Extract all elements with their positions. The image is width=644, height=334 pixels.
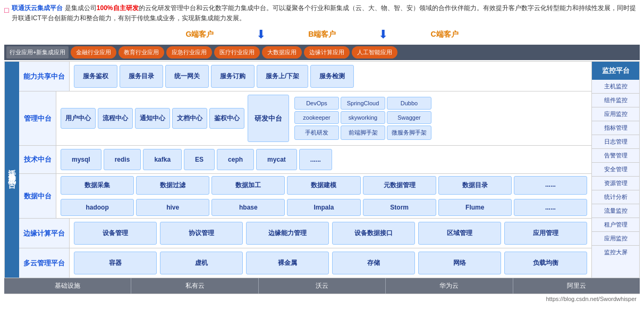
edge-body: 设备管理 协议管理 边缘能力管理 设备数据接口 区域管理 应用管理 (70, 219, 591, 248)
tech-mysql[interactable]: mysql (61, 149, 101, 170)
right-panel-header: 监控平台 (592, 62, 639, 80)
top-description: □ 联通沃云集成平台 是集成公司100%自主研发的云化研发管理中台和云化数字能力… (4, 3, 640, 23)
mgmt-swagger[interactable]: Swagger (387, 111, 431, 124)
right-traffic-monitor[interactable]: 流量监控 (592, 204, 639, 218)
right-host-monitor[interactable]: 主机监控 (592, 80, 639, 94)
main-area: 沃云集成平台 能力共享中台 服务鉴权 服务目录 统一网关 服务订购 服务上/下架… (4, 61, 640, 278)
tech-label: 技术中台 (19, 146, 56, 173)
mgmt-springcloud[interactable]: SpringCloud (341, 97, 385, 110)
multicloud-row: 多云管理平台 容器 虚机 裸金属 存储 网络 负载均衡 (19, 248, 591, 278)
data-label: 数据中台 (19, 174, 56, 218)
data-catalog[interactable]: 数据目录 (438, 176, 512, 195)
tech-row: 技术中台 mysql redis kafka ES ceph mycat ...… (19, 146, 591, 174)
center-content: 能力共享中台 服务鉴权 服务目录 统一网关 服务订购 服务上/下架 服务检测 管… (19, 62, 591, 278)
management-body: 用户中心 流程中心 通知中心 文档中心 鉴权中心 研发中台 DevOps Spr… (56, 91, 591, 145)
tech-kafka[interactable]: kafka (143, 149, 182, 170)
data-hive[interactable]: hive (136, 199, 209, 216)
arrow-down-2: ⬇ (378, 28, 388, 41)
mgmt-left-items: 用户中心 流程中心 通知中心 文档中心 鉴权中心 (61, 95, 244, 142)
mgmt-notify[interactable]: 通知中心 (135, 108, 170, 129)
management-row: 管理中台 用户中心 流程中心 通知中心 文档中心 鉴权中心 研发中台 DevOp… (19, 91, 591, 146)
tech-more: ...... (299, 149, 332, 170)
mgmt-zookeeper[interactable]: zookeeper (294, 111, 339, 124)
edge-device-mgmt[interactable]: 设备管理 (74, 222, 157, 245)
mgmt-skyworking[interactable]: skyworking (341, 111, 385, 124)
tech-ceph[interactable]: ceph (217, 149, 254, 170)
right-app-monitor[interactable]: 应用监控 (592, 107, 639, 121)
mgmt-user[interactable]: 用户中心 (61, 108, 96, 129)
desc-highlight: 100%自主研发 (97, 4, 139, 12)
customer-g: G端客户 (185, 30, 214, 39)
cloud-lb[interactable]: 负载均衡 (504, 252, 587, 274)
edge-capability[interactable]: 边缘能力管理 (246, 222, 329, 245)
cloud-network[interactable]: 网络 (418, 252, 501, 274)
multicloud-label: 多云管理平台 (19, 248, 70, 278)
cloud-container[interactable]: 容器 (74, 252, 157, 274)
data-hadoop[interactable]: hadoop (61, 199, 134, 216)
edge-data-interface[interactable]: 设备数据接口 (332, 222, 415, 245)
right-component-monitor[interactable]: 组件监控 (592, 94, 639, 107)
right-security-mgmt[interactable]: 安全管理 (592, 163, 639, 177)
tech-es[interactable]: ES (184, 149, 215, 170)
right-monitor-screen[interactable]: 监控大屏 (592, 246, 639, 259)
customer-b: B端客户 (308, 30, 336, 39)
right-tenant-mgmt[interactable]: 租户管理 (592, 218, 639, 232)
data-meta[interactable]: 元数据管理 (363, 176, 436, 195)
data-filter[interactable]: 数据过滤 (136, 176, 209, 195)
edge-row: 边缘计算平台 设备管理 协议管理 边缘能力管理 设备数据接口 区域管理 应用管理 (19, 219, 591, 248)
industry-bigdata: 大数据应用 (262, 46, 302, 59)
data-process[interactable]: 数据加工 (211, 176, 285, 195)
right-log-mgmt[interactable]: 日志管理 (592, 135, 639, 149)
tech-body: mysql redis kafka ES ceph mycat ...... (56, 146, 591, 173)
mgmt-doc[interactable]: 文档中心 (172, 108, 207, 129)
customer-c: C端客户 (430, 30, 458, 39)
edge-zone[interactable]: 区域管理 (418, 222, 501, 245)
mgmt-dubbo[interactable]: Dubbo (387, 97, 431, 110)
data-impala[interactable]: Impala (287, 199, 360, 216)
data-model[interactable]: 数据建模 (287, 176, 360, 195)
mgmt-mobile[interactable]: 手机研发 (294, 126, 339, 140)
data-collect[interactable]: 数据采集 (61, 176, 134, 195)
left-vertical-label: 沃云集成平台 (5, 62, 19, 278)
data-hbase[interactable]: hbase (211, 199, 285, 216)
footer-right[interactable]: https://blog.csdn.net/Swordwhisper (546, 296, 637, 302)
mgmt-devops[interactable]: DevOps (294, 97, 339, 110)
infrastructure-row: 基础设施 私有云 沃云 华为云 阿里云 (4, 278, 640, 294)
research-center[interactable]: 研发中台 (248, 95, 289, 142)
industry-finance: 金融行业应用 (71, 46, 116, 59)
industry-row: 行业应用+新集成应用 金融行业应用 教育行业应用 应急行业应用 医疗行业应用 大… (4, 45, 640, 60)
industry-education: 教育行业应用 (118, 46, 164, 59)
cap-gateway[interactable]: 统一网关 (165, 65, 209, 88)
mgmt-perm[interactable]: 鉴权中心 (209, 108, 244, 129)
right-resource-mgmt[interactable]: 资源管理 (592, 177, 639, 190)
cap-catalog[interactable]: 服务目录 (120, 65, 163, 88)
mgmt-frontend[interactable]: 前端脚手架 (341, 126, 385, 140)
right-panel: 监控平台 主机监控 组件监控 应用监控 指标管理 日志管理 告警管理 安全管理 … (591, 62, 639, 278)
mgmt-microservice[interactable]: 微服务脚手架 (387, 126, 431, 140)
capability-body: 服务鉴权 服务目录 统一网关 服务订购 服务上/下架 服务检测 (70, 62, 591, 91)
industry-edge: 边缘计算应用 (304, 46, 350, 59)
cloud-storage[interactable]: 存储 (332, 252, 415, 274)
arrow-down-1: ⬇ (256, 28, 266, 41)
cap-auth[interactable]: 服务鉴权 (74, 65, 117, 88)
multicloud-body: 容器 虚机 裸金属 存储 网络 负载均衡 (70, 248, 591, 278)
right-alert-mgmt[interactable]: 告警管理 (592, 149, 639, 163)
cap-deploy[interactable]: 服务上/下架 (257, 65, 308, 88)
data-row: 数据中台 数据采集 数据过滤 数据加工 数据建模 元数据管理 数据目录 ....… (19, 174, 591, 219)
cloud-baremetal[interactable]: 裸金属 (246, 252, 329, 274)
infra-wo: 沃云 (259, 278, 386, 294)
mgmt-process[interactable]: 流程中心 (98, 108, 133, 129)
data-storm[interactable]: Storm (363, 199, 436, 216)
data-flume[interactable]: Flume (438, 199, 512, 216)
right-app-monitor2[interactable]: 应用监控 (592, 232, 639, 246)
cap-order[interactable]: 服务订购 (211, 65, 255, 88)
cap-detect[interactable]: 服务检测 (310, 65, 354, 88)
edge-protocol[interactable]: 协议管理 (160, 222, 243, 245)
edge-app-mgmt[interactable]: 应用管理 (504, 222, 587, 245)
right-metric-mgmt[interactable]: 指标管理 (592, 121, 639, 135)
right-stats[interactable]: 统计分析 (592, 190, 639, 204)
tech-redis[interactable]: redis (104, 149, 141, 170)
tech-mycat[interactable]: mycat (256, 149, 297, 170)
infra-private: 私有云 (131, 278, 258, 294)
cloud-vm[interactable]: 虚机 (160, 252, 243, 274)
